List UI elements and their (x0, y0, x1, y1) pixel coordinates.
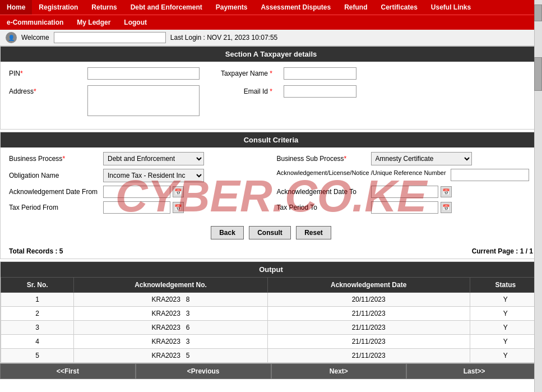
ack-date-to-calendar-icon[interactable]: 📅 (441, 186, 452, 197)
col-sr-no: Sr. No. (1, 278, 74, 293)
cell-status: Y (470, 293, 541, 307)
prev-button[interactable]: <Previous (136, 363, 271, 379)
ack-ref-input[interactable] (451, 169, 529, 181)
cell-date: 21/11/2023 (267, 335, 470, 349)
cell-ack-no: KRA2023 6 (74, 321, 267, 335)
first-button[interactable]: <<First (0, 363, 136, 379)
records-bar: Total Records : 5 Current Page : 1 / 1 (1, 244, 541, 259)
ack-date-to-label: Acknowledgement Date To (277, 188, 367, 196)
nav-my-ledger[interactable]: My Ledger (70, 15, 117, 30)
tax-period-to-label: Tax Period To (277, 204, 367, 211)
ack-ref-label: Acknowledgement/License/Notice /Unique R… (277, 169, 446, 177)
output-table: Sr. No. Acknowledgement No. Acknowledgem… (1, 277, 541, 363)
nav-home[interactable]: Home (0, 0, 32, 15)
welcome-bar: 👤 Welcome Last Login : NOV 21, 2023 10:0… (0, 30, 542, 46)
reset-button[interactable]: Reset (296, 226, 331, 239)
table-row: 5 KRA2023 5 21/11/2023 Y (1, 349, 541, 363)
cell-date: 20/11/2023 (267, 293, 470, 307)
nav-refund[interactable]: Refund (337, 0, 374, 15)
section-a: Section A Taxpayer details PIN* A00 Taxp… (0, 46, 542, 130)
bottom-navigation: e-Communication My Ledger Logout (0, 15, 542, 30)
cell-sr: 4 (1, 335, 74, 349)
cell-status: Y (470, 321, 541, 335)
pagination: <<First <Previous Next> Last>> (0, 363, 542, 379)
cell-sr: 1 (1, 293, 74, 307)
cell-status: Y (470, 307, 541, 321)
taxpayer-name-label: Taxpayer Name * (205, 67, 278, 77)
cell-date: 21/11/2023 (267, 349, 470, 363)
table-row: 3 KRA2023 6 21/11/2023 Y (1, 321, 541, 335)
username-input[interactable] (54, 32, 166, 43)
tax-period-to-input[interactable]: 31/12/2021 (371, 201, 438, 214)
main-scrollbar-thumb[interactable] (534, 57, 542, 91)
welcome-label: Welcome (21, 34, 49, 41)
last-button[interactable]: Last>> (406, 363, 542, 379)
nav-assessment-disputes[interactable]: Assessment Disputes (254, 0, 337, 15)
col-ack-no: Acknowledgement No. (74, 278, 267, 293)
business-process-select[interactable]: Debt and Enforcement (103, 152, 204, 165)
cell-ack-no: KRA2023 3 (74, 335, 267, 349)
nav-useful-links[interactable]: Useful Links (424, 0, 478, 15)
user-icon: 👤 (6, 32, 17, 43)
cell-date: 21/11/2023 (267, 307, 470, 321)
cell-ack-no: KRA2023 8 (74, 293, 267, 307)
col-status: Status (470, 278, 541, 293)
top-navigation: Home Registration Returns Debt and Enfor… (0, 0, 542, 15)
ack-date-to-input[interactable] (371, 186, 438, 198)
table-row: 1 KRA2023 8 20/11/2023 Y (1, 293, 541, 307)
pin-row: PIN* A00 Taxpayer Name * M (9, 67, 533, 80)
table-row: 2 KRA2023 3 21/11/2023 Y (1, 307, 541, 321)
pin-label: PIN* (9, 67, 82, 77)
consult-header: Consult Criteria (1, 132, 541, 147)
ack-date-from-label: Acknowledgement Date From (9, 188, 99, 196)
obligation-name-label: Obligation Name (9, 172, 99, 179)
last-login-text: Last Login : NOV 21, 2023 10:07:55 (170, 34, 277, 41)
cell-ack-no: KRA2023 5 (74, 349, 267, 363)
nav-registration[interactable]: Registration (32, 0, 85, 15)
email-input[interactable] (284, 85, 356, 98)
obligation-name-select[interactable]: Income Tax - Resident Inc (103, 169, 204, 182)
ack-date-from-calendar-icon[interactable]: 📅 (173, 186, 184, 197)
cell-status: Y (470, 335, 541, 349)
next-button[interactable]: Next> (271, 363, 407, 379)
cell-sr: 2 (1, 307, 74, 321)
tax-period-to-calendar-icon[interactable]: 📅 (441, 202, 452, 213)
cell-sr: 5 (1, 349, 74, 363)
taxpayer-name-input[interactable]: M (284, 67, 356, 80)
cell-status: Y (470, 349, 541, 363)
address-email-row: Address* Email Id * (9, 85, 533, 118)
current-page: Current Page : 1 / 1 (472, 247, 533, 255)
consult-button[interactable]: Consult (249, 226, 291, 239)
cell-sr: 3 (1, 321, 74, 335)
nav-debt-enforcement[interactable]: Debt and Enforcement (124, 0, 209, 15)
email-label: Email Id * (205, 85, 278, 95)
nav-ecommunication[interactable]: e-Communication (0, 15, 70, 30)
col-ack-date: Acknowledgement Date (267, 278, 470, 293)
button-row: Back Consult Reset (1, 222, 541, 244)
main-scrollbar-track[interactable] (534, 46, 542, 379)
nav-certificates[interactable]: Certificates (374, 0, 424, 15)
business-process-label: Business Process* (9, 155, 99, 163)
business-sub-process-select[interactable]: Amnesty Certificate (371, 152, 472, 165)
business-sub-process-label: Business Sub Process* (277, 155, 367, 163)
output-section: Output Sr. No. Acknowledgement No. Ackno… (0, 261, 542, 363)
cell-ack-no: KRA2023 3 (74, 307, 267, 321)
table-row: 4 KRA2023 3 21/11/2023 Y (1, 335, 541, 349)
nav-returns[interactable]: Returns (85, 0, 123, 15)
address-label: Address* (9, 85, 82, 95)
ack-date-from-input[interactable] (103, 186, 170, 198)
address-input[interactable] (87, 85, 200, 116)
nav-logout[interactable]: Logout (117, 15, 154, 30)
pin-input[interactable]: A00 (87, 67, 200, 80)
tax-period-from-input[interactable]: 01/01/202 (103, 201, 170, 214)
tax-period-from-calendar-icon[interactable]: 📅 (173, 202, 184, 213)
scrollbar-thumb[interactable] (534, 4, 542, 21)
total-records: Total Records : 5 (9, 247, 63, 255)
back-button[interactable]: Back (211, 226, 244, 239)
tax-period-from-label: Tax Period From (9, 204, 99, 211)
cell-date: 21/11/2023 (267, 321, 470, 335)
section-a-header: Section A Taxpayer details (1, 47, 541, 62)
nav-payments[interactable]: Payments (209, 0, 254, 15)
consult-section: Consult Criteria Business Process* Debt … (0, 132, 542, 259)
output-header: Output (1, 262, 541, 277)
